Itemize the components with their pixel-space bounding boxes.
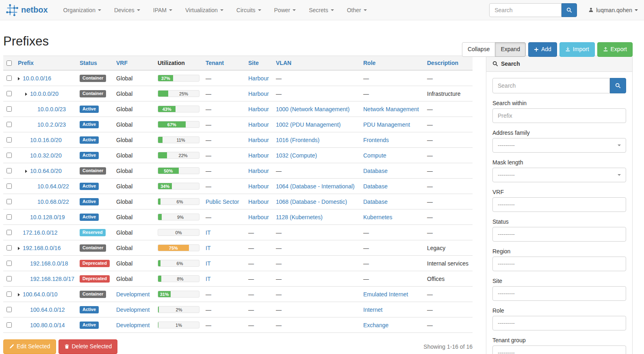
row-checkbox[interactable] <box>7 214 12 220</box>
nav-menu-item[interactable]: Organization <box>57 0 108 20</box>
prefix-link[interactable]: 10.0.16.0/20 <box>30 137 62 143</box>
site-cell[interactable]: Harbour <box>248 152 269 159</box>
row-checkbox[interactable] <box>7 322 12 328</box>
nav-menu-item[interactable]: Power <box>268 0 303 20</box>
user-menu[interactable]: luqman.qohen <box>588 7 638 13</box>
row-checkbox[interactable] <box>7 122 12 127</box>
export-button[interactable]: Export <box>597 42 633 57</box>
column-header[interactable]: Site <box>245 56 273 71</box>
tenant-cell[interactable]: IT <box>206 260 210 267</box>
add-button[interactable]: Add <box>528 42 557 57</box>
vlan-cell[interactable]: 1016 (Frontends) <box>276 137 319 143</box>
filter-select[interactable]: --------- <box>492 138 626 153</box>
prefix-link[interactable]: 192.168.128.0/17 <box>30 276 74 282</box>
role-cell[interactable]: Exchange <box>363 322 388 328</box>
expand-button[interactable]: Expand <box>495 42 525 57</box>
column-header[interactable]: Status <box>76 56 113 71</box>
tenant-cell[interactable]: IT <box>206 245 210 251</box>
vlan-cell[interactable]: 1068 (Database - Domestic) <box>276 199 347 205</box>
row-checkbox[interactable] <box>7 183 12 189</box>
filter-select[interactable]: --------- <box>492 316 626 330</box>
row-checkbox[interactable] <box>7 261 12 266</box>
nav-menu-item[interactable]: IPAM <box>147 0 179 20</box>
global-search-input[interactable] <box>489 3 562 17</box>
nav-menu-item[interactable]: Circuits <box>230 0 268 20</box>
filter-select[interactable]: --------- <box>492 286 626 301</box>
site-cell[interactable]: Harbour <box>248 183 269 190</box>
prefix-link[interactable]: 10.0.128.0/19 <box>30 214 65 220</box>
select-all-checkbox[interactable] <box>7 60 12 66</box>
vlan-cell[interactable]: 1000 (Network Management) <box>276 106 349 112</box>
site-cell[interactable]: Harbour <box>248 214 269 220</box>
prefix-link[interactable]: 10.0.2.0/23 <box>37 121 66 128</box>
filter-select[interactable]: --------- <box>492 197 626 212</box>
nav-menu-item[interactable]: Devices <box>108 0 147 20</box>
filter-select[interactable]: --------- <box>492 257 626 271</box>
delete-selected-button[interactable]: Delete Selected <box>59 339 118 354</box>
prefix-link[interactable]: 172.16.0.0/12 <box>23 229 58 236</box>
role-cell[interactable]: PDU Management <box>363 121 410 128</box>
vrf-cell[interactable]: Development <box>116 307 150 313</box>
column-header[interactable]: VLAN <box>273 56 360 71</box>
netbox-brand[interactable]: netbox <box>6 4 48 16</box>
site-cell[interactable]: Harbour <box>248 91 269 97</box>
site-cell[interactable]: Harbour <box>248 199 269 205</box>
row-checkbox[interactable] <box>7 106 12 112</box>
role-cell[interactable]: Kubernetes <box>363 214 392 220</box>
prefix-link[interactable]: 10.0.64.0/20 <box>30 168 62 174</box>
role-cell[interactable]: Frontends <box>363 137 389 143</box>
prefix-link[interactable]: 10.0.64.0/22 <box>37 183 69 190</box>
global-search-button[interactable] <box>562 3 577 17</box>
row-checkbox[interactable] <box>7 137 12 142</box>
tenant-cell[interactable]: IT <box>206 276 210 282</box>
role-cell[interactable]: Compute <box>363 152 386 159</box>
role-cell[interactable]: Emulated Internet <box>363 291 408 298</box>
column-header[interactable]: Tenant <box>202 56 245 71</box>
column-header[interactable]: VRF <box>113 56 154 71</box>
filter-select[interactable]: --------- <box>492 227 626 242</box>
column-header[interactable]: Description <box>424 56 473 71</box>
filter-search-button[interactable] <box>610 78 626 93</box>
prefix-link[interactable]: 10.0.32.0/20 <box>30 152 62 159</box>
vrf-cell[interactable]: Development <box>116 291 150 298</box>
import-button[interactable]: Import <box>559 42 595 57</box>
row-checkbox[interactable] <box>7 291 12 297</box>
role-cell[interactable]: Database <box>363 168 388 174</box>
prefix-link[interactable]: 10.0.68.0/22 <box>37 199 69 205</box>
row-checkbox[interactable] <box>7 276 12 281</box>
row-checkbox[interactable] <box>7 168 12 173</box>
tenant-cell[interactable]: IT <box>206 229 210 236</box>
vlan-cell[interactable]: 1128 (Kubernetes) <box>276 214 323 220</box>
vlan-cell[interactable]: 1002 (PDU Management) <box>276 121 341 128</box>
prefix-link[interactable]: 192.168.0.0/18 <box>30 260 68 267</box>
site-cell[interactable]: Harbour <box>248 75 269 82</box>
nav-menu-item[interactable]: Secrets <box>302 0 340 20</box>
vrf-cell[interactable]: Development <box>116 322 150 328</box>
prefix-link[interactable]: 192.168.0.0/16 <box>23 245 61 251</box>
nav-menu-item[interactable]: Other <box>340 0 373 20</box>
site-cell[interactable]: Harbour <box>248 137 269 143</box>
vlan-cell[interactable]: 1064 (Database - International) <box>276 183 355 190</box>
filter-select[interactable]: --------- <box>492 168 626 182</box>
role-cell[interactable]: Database <box>363 183 388 190</box>
prefix-link[interactable]: 100.64.0.0/10 <box>23 291 58 298</box>
prefix-link[interactable]: 10.0.0.0/20 <box>30 91 59 97</box>
site-cell[interactable]: Harbour <box>248 121 269 128</box>
edit-selected-button[interactable]: Edit Selected <box>3 339 56 354</box>
column-header[interactable]: Role <box>360 56 424 71</box>
row-checkbox[interactable] <box>7 91 12 96</box>
nav-menu-item[interactable]: Virtualization <box>179 0 230 20</box>
vlan-cell[interactable]: 1032 (Compute) <box>276 152 317 159</box>
column-header[interactable]: Prefix <box>15 56 76 71</box>
collapse-button[interactable]: Collapse <box>462 42 495 57</box>
row-checkbox[interactable] <box>7 76 12 81</box>
site-cell[interactable]: Harbour <box>248 106 269 112</box>
filter-select[interactable]: --------- <box>492 345 626 354</box>
prefix-link[interactable]: 10.0.0.0/23 <box>37 106 66 112</box>
prefix-link[interactable]: 100.80.0.0/14 <box>30 322 65 328</box>
role-cell[interactable]: Database <box>363 199 388 205</box>
prefix-link[interactable]: 100.64.0.0/12 <box>30 307 65 313</box>
tenant-cell[interactable]: Public Sector <box>206 199 239 205</box>
row-checkbox[interactable] <box>7 245 12 250</box>
filter-search-input[interactable] <box>492 78 610 93</box>
